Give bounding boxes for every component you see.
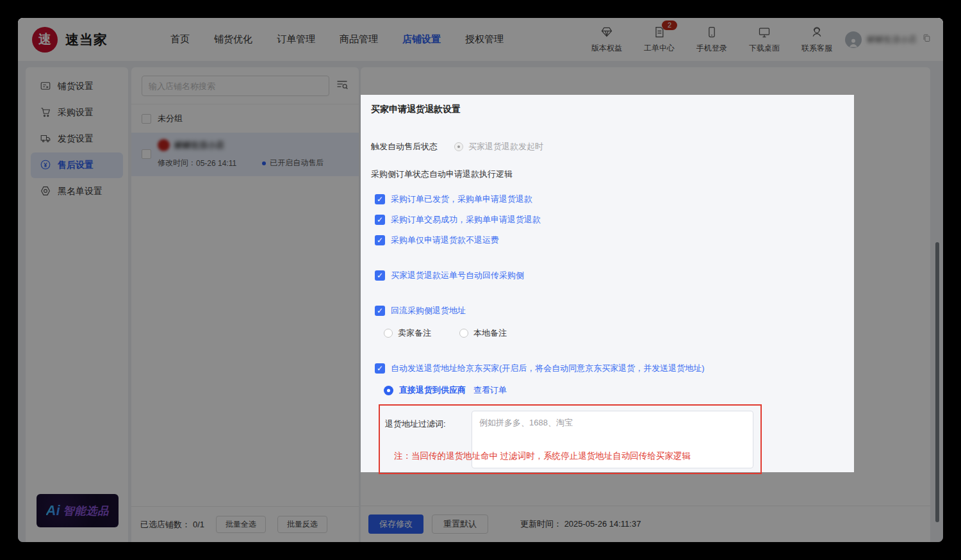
checkbox-checked-icon[interactable]: ✓ <box>375 235 385 245</box>
seller-remark-radio[interactable] <box>384 329 393 338</box>
direct-return-supplier-label: 直接退货到供应商 <box>399 384 466 396</box>
checkbox-row-tracking-sync: ✓ 买家退货退款运单号自动回传采购侧 <box>375 270 841 281</box>
filter-words-warning-note: 注：当回传的退货地址命中 过滤词时，系统停止退货地址自动回传给买家逻辑 <box>394 450 691 462</box>
filter-words-highlight-box: 退货地址过滤词: 注：当回传的退货地址命中 过滤词时，系统停止退货地址自动回传给… <box>379 404 762 474</box>
trigger-option-label: 买家退货退款发起时 <box>468 141 543 152</box>
direct-return-supplier-radio[interactable] <box>384 386 393 395</box>
checkbox-checked-icon[interactable]: ✓ <box>375 306 385 316</box>
trigger-status-label: 触发自动售后状态 <box>371 141 438 152</box>
app-window: 速 速当家 首页 铺货优化 订单管理 商品管理 店铺设置 授权管理 版本权益 2… <box>18 18 943 542</box>
checkbox-row-completed-refund: ✓ 采购订单交易成功，采购单申请退货退款 <box>375 214 841 226</box>
modal-title: 买家申请退货退款设置 <box>371 104 841 115</box>
remark-radio-row: 卖家备注 本地备注 <box>384 327 841 339</box>
checkbox-row-shipped-refund: ✓ 采购订单已发货，采购单申请退货退款 <box>375 194 841 205</box>
checkbox-row-return-address-sync: ✓ 回流采购侧退货地址 <box>375 305 841 317</box>
filter-words-label: 退货地址过滤词: <box>385 418 446 430</box>
refund-logic-section-label: 采购侧订单状态自动申请退款执行逻辑 <box>371 169 841 180</box>
return-refund-settings-modal: 买家申请退货退款设置 触发自动售后状态 买家退货退款发起时 采购侧订单状态自动申… <box>361 95 854 472</box>
checkbox-checked-icon[interactable]: ✓ <box>375 363 385 374</box>
seller-remark-label: 卖家备注 <box>398 327 431 339</box>
supplier-radio-row: 直接退货到供应商 查看订单 <box>384 384 841 396</box>
checkbox-checked-icon[interactable]: ✓ <box>375 194 385 204</box>
local-remark-radio[interactable] <box>459 329 468 338</box>
checkbox-checked-icon[interactable]: ✓ <box>375 270 385 281</box>
trigger-radio-disabled <box>454 142 463 151</box>
checkbox-checked-icon[interactable]: ✓ <box>375 215 385 225</box>
vertical-scrollbar[interactable] <box>935 242 939 522</box>
checkbox-row-auto-send-address: ✓ 自动发送退货地址给京东买家(开启后，将会自动同意京东买家退货，并发送退货地址… <box>375 363 841 374</box>
trigger-status-row: 触发自动售后状态 买家退货退款发起时 <box>371 141 841 152</box>
checkbox-row-no-shipping-refund: ✓ 采购单仅申请退货款不退运费 <box>375 235 841 246</box>
view-orders-link[interactable]: 查看订单 <box>473 384 507 396</box>
local-remark-label: 本地备注 <box>473 327 507 339</box>
